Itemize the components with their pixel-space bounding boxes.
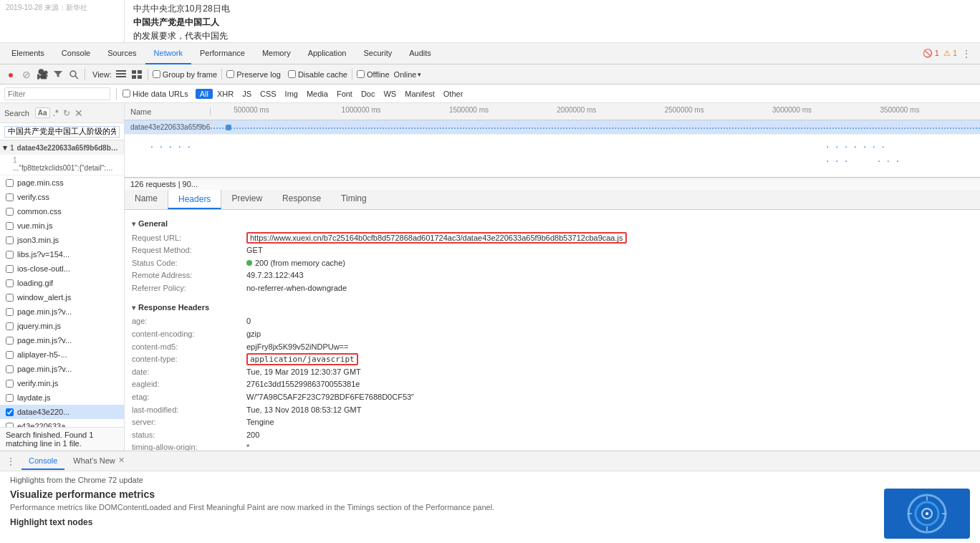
dot-button[interactable]: .* bbox=[53, 108, 59, 118]
file-item-laydate-js[interactable]: laydate.js bbox=[0, 390, 124, 405]
file-checkbox[interactable] bbox=[6, 365, 14, 373]
file-checkbox[interactable] bbox=[6, 351, 14, 359]
file-item-e43e220633a[interactable]: e43e220633a... bbox=[0, 419, 124, 427]
file-group-header[interactable]: ▾ 1 datae43e220633a65f9b6d8b53712cba9caa… bbox=[0, 140, 124, 155]
group-by-frame-label[interactable]: Group by frame bbox=[153, 70, 217, 79]
file-checkbox[interactable] bbox=[6, 308, 14, 316]
filter-input[interactable] bbox=[4, 87, 110, 100]
file-item-verify-css[interactable]: verify.css bbox=[0, 190, 124, 204]
file-item-libs-js[interactable]: libs.js?v=154... bbox=[0, 247, 124, 261]
details-tab-headers[interactable]: Headers bbox=[168, 190, 221, 209]
file-item-verify-min-js[interactable]: verify.min.js bbox=[0, 376, 124, 390]
tab-security[interactable]: Security bbox=[355, 43, 400, 64]
settings-icon[interactable]: ⋮ bbox=[961, 48, 971, 59]
search-close-icon[interactable]: ✕ bbox=[75, 107, 83, 119]
file-checkbox[interactable] bbox=[6, 322, 14, 330]
tab-console[interactable]: Console bbox=[53, 43, 99, 64]
timeline-tick-2: 1000000 ms bbox=[342, 106, 381, 114]
details-tab-response[interactable]: Response bbox=[272, 190, 331, 209]
file-checkbox[interactable] bbox=[6, 179, 14, 187]
file-checkbox[interactable] bbox=[6, 380, 14, 388]
filter-type-ws[interactable]: WS bbox=[379, 89, 400, 99]
filter-type-xhr[interactable]: XHR bbox=[213, 89, 238, 99]
tab-network[interactable]: Network bbox=[145, 43, 191, 64]
file-item-loading-gif[interactable]: loading.gif bbox=[0, 276, 124, 290]
tab-sources[interactable]: Sources bbox=[99, 43, 145, 64]
details-panel: Name Headers Preview Response Timing Gen… bbox=[125, 190, 980, 451]
camera-button[interactable]: 🎥 bbox=[36, 68, 49, 81]
bottom-tab-close-icon[interactable]: ✕ bbox=[118, 456, 125, 465]
name-column-header: Name bbox=[125, 107, 211, 116]
view-list-button[interactable] bbox=[115, 68, 128, 81]
details-tab-name[interactable]: Name bbox=[125, 190, 168, 209]
tab-performance[interactable]: Performance bbox=[191, 43, 254, 64]
search-refresh-icon[interactable]: ↻ bbox=[63, 108, 70, 118]
file-item-aliplayer[interactable]: aliplayer-h5-... bbox=[0, 347, 124, 362]
filter-type-all[interactable]: All bbox=[196, 89, 213, 99]
filter-type-css[interactable]: CSS bbox=[256, 89, 281, 99]
view-grid-button[interactable] bbox=[130, 68, 143, 81]
tab-memory[interactable]: Memory bbox=[254, 43, 299, 64]
record-button[interactable]: ● bbox=[4, 68, 17, 81]
request-name-cell: datae43e220633a65f9b6d8b53712cba9caa.js … bbox=[125, 120, 211, 134]
file-item-ios-close[interactable]: ios-close-outl... bbox=[0, 261, 124, 276]
file-item-page-min-js-2[interactable]: page.min.js?v... bbox=[0, 333, 124, 347]
request-row-main[interactable]: datae43e220633a65f9b6d8b53712cba9caa.js … bbox=[125, 120, 980, 135]
file-checkbox[interactable] bbox=[6, 222, 14, 230]
offline-checkbox[interactable] bbox=[357, 70, 365, 78]
timeline-tick-6: 3000000 ms bbox=[772, 106, 812, 114]
file-item-page-min-css[interactable]: page.min.css bbox=[0, 176, 124, 190]
filter-type-js[interactable]: JS bbox=[238, 89, 256, 99]
disable-cache-checkbox[interactable] bbox=[288, 70, 296, 78]
hide-data-urls-checkbox[interactable] bbox=[123, 90, 130, 97]
offline-label[interactable]: Offline bbox=[357, 70, 390, 79]
file-checkbox[interactable] bbox=[6, 265, 14, 273]
file-item-json3-min-js[interactable]: json3.min.js bbox=[0, 233, 124, 247]
file-checkbox[interactable] bbox=[6, 294, 14, 302]
file-checkbox[interactable] bbox=[6, 394, 14, 402]
details-tab-timing[interactable]: Timing bbox=[331, 190, 377, 209]
general-request-url-row: Request URL: https://www.xuexi.cn/b7c251… bbox=[132, 232, 973, 245]
webpage-text2: 中国共产党是中国工人 bbox=[133, 16, 230, 29]
stop-button[interactable]: ⊘ bbox=[20, 68, 33, 81]
file-checkbox[interactable] bbox=[6, 193, 14, 201]
file-item-common-css[interactable]: common.css bbox=[0, 204, 124, 218]
filter-type-img[interactable]: Img bbox=[281, 89, 302, 99]
tab-elements[interactable]: Elements bbox=[3, 43, 53, 64]
bottom-kebab-icon[interactable]: ⋮ bbox=[6, 456, 16, 467]
online-select[interactable]: Online ▾ bbox=[394, 70, 422, 79]
bottom-tab-console[interactable]: Console bbox=[21, 453, 64, 470]
file-checkbox[interactable] bbox=[6, 279, 14, 287]
file-checkbox[interactable] bbox=[6, 337, 14, 345]
general-method-row: Request Method: GET bbox=[132, 244, 973, 257]
filter-type-other[interactable]: Other bbox=[439, 89, 468, 99]
tab-audits[interactable]: Audits bbox=[400, 43, 440, 64]
preserve-log-checkbox[interactable] bbox=[226, 70, 234, 78]
filter-type-doc[interactable]: Doc bbox=[357, 89, 380, 99]
file-item-jquery-min-js[interactable]: jquery.min.js bbox=[0, 319, 124, 333]
file-checkbox[interactable] bbox=[6, 208, 14, 216]
filter-separator-1 bbox=[116, 88, 117, 100]
filter-type-font[interactable]: Font bbox=[332, 89, 357, 99]
file-item-window-alert-js[interactable]: window_alert.js bbox=[0, 290, 124, 304]
file-checkbox[interactable] bbox=[6, 236, 14, 244]
hide-data-urls-label[interactable]: Hide data URLs bbox=[123, 90, 188, 98]
search-network-button[interactable] bbox=[67, 68, 80, 81]
file-item-vue-min-js[interactable]: vue.min.js bbox=[0, 218, 124, 233]
file-checkbox[interactable] bbox=[6, 251, 14, 259]
details-tab-preview[interactable]: Preview bbox=[221, 190, 272, 209]
file-checkbox[interactable] bbox=[6, 408, 14, 416]
file-item-page-min-js-3[interactable]: page.min.js?v... bbox=[0, 362, 124, 376]
search-text-input[interactable] bbox=[4, 126, 120, 138]
bottom-tab-whatsnew[interactable]: What's New ✕ bbox=[66, 453, 131, 470]
file-item-page-min-js-1[interactable]: page.min.js?v... bbox=[0, 304, 124, 319]
file-item-datae43e[interactable]: datae43e220... bbox=[0, 405, 124, 419]
preserve-log-label[interactable]: Preserve log bbox=[226, 70, 281, 79]
filter-button[interactable] bbox=[52, 68, 64, 81]
disable-cache-label[interactable]: Disable cache bbox=[288, 70, 347, 79]
tab-application[interactable]: Application bbox=[299, 43, 355, 64]
filter-type-media[interactable]: Media bbox=[302, 89, 332, 99]
filter-type-manifest[interactable]: Manifest bbox=[400, 89, 439, 99]
group-by-frame-checkbox[interactable] bbox=[153, 70, 160, 78]
aa-button[interactable]: Aa bbox=[35, 107, 50, 118]
